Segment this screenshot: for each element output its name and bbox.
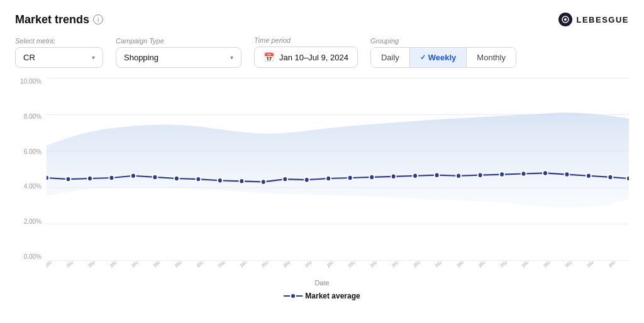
dot-3 [109,175,114,181]
svg-text:2024-04-28: 2024-04-28 [391,261,409,268]
date-picker[interactable]: 📅 Jan 10–Jul 9, 2024 [254,47,358,68]
campaign-type-control: Campaign Type Shopping ▾ [116,37,242,68]
svg-text:2024-06-30: 2024-06-30 [586,261,605,268]
campaign-type-select[interactable]: Shopping ▾ [116,47,242,68]
legend-label: Market average [305,292,360,300]
svg-text:2024-03-03: 2024-03-03 [218,261,236,268]
time-period-label: Time period [254,36,358,44]
dot-1 [66,177,71,182]
dot-10 [261,179,266,185]
grouping-buttons: Daily ✓ Weekly Monthly [370,47,516,68]
svg-text:2024-06-23: 2024-06-23 [564,261,583,268]
chart-inner [47,78,629,260]
x-axis: 2024-01-07 2024-01-14 2024-01-21 2024-01… [47,261,629,279]
dot-26 [608,175,613,180]
grouping-control: Grouping Daily ✓ Weekly Monthly [370,37,516,68]
logo-text: LEBESGUE [576,15,629,25]
svg-point-30 [291,293,296,298]
header: Market trends i LEBESGUE [15,13,629,26]
svg-text:2024-05-05: 2024-05-05 [413,261,431,268]
svg-text:2024-06-16: 2024-06-16 [543,261,562,268]
svg-point-1 [564,18,567,21]
x-axis-label: Date [15,279,629,287]
legend: Market average [15,292,629,300]
dot-24 [565,172,570,177]
dot-16 [391,174,396,180]
dot-6 [174,176,179,182]
chart-svg [47,78,629,260]
metric-label: Select metric [15,37,103,45]
dot-27 [626,176,629,182]
grouping-weekly[interactable]: ✓ Weekly [410,48,467,67]
dot-5 [152,175,157,180]
dot-8 [218,178,223,183]
dot-12 [304,177,309,183]
dot-19 [456,173,461,178]
campaign-type-label: Campaign Type [116,37,242,45]
dot-13 [326,176,331,182]
dot-7 [196,177,201,182]
dot-17 [413,173,418,178]
svg-text:2024-04-07: 2024-04-07 [326,261,345,268]
dot-25 [586,173,591,178]
legend-line-icon [284,293,303,299]
metric-value: CR [23,53,35,62]
dot-11 [282,177,287,182]
dot-0 [47,175,49,181]
dot-2 [87,176,92,182]
y-label-1: 8.00% [15,113,47,120]
dot-9 [239,178,244,184]
grouping-daily[interactable]: Daily [371,48,410,67]
dot-4 [131,173,136,178]
logo-icon [558,13,572,26]
dot-23 [543,170,548,176]
dot-22 [521,171,526,177]
svg-text:2024-02-25: 2024-02-25 [196,261,214,268]
dot-21 [499,172,504,177]
y-label-2: 6.00% [15,148,47,155]
title-area: Market trends i [15,13,103,26]
svg-text:2024-02-04: 2024-02-04 [131,261,150,268]
y-label-4: 2.00% [15,218,47,225]
y-label-5: 0.00% [15,253,47,260]
grid-line-5 [47,260,629,261]
svg-text:2024-01-14: 2024-01-14 [65,261,84,268]
campaign-type-value: Shopping [124,53,158,62]
dot-20 [478,172,483,178]
campaign-chevron-icon: ▾ [230,54,233,61]
check-icon: ✓ [420,53,426,62]
svg-text:2024-05-19: 2024-05-19 [456,261,475,268]
dot-15 [369,175,374,180]
metric-chevron-icon: ▾ [92,54,95,61]
chart-area-fill [47,112,629,208]
chart-area: 10.00% 8.00% 6.00% 4.00% 2.00% 0.00% [15,78,629,279]
svg-text:2024-01-21: 2024-01-21 [87,261,106,268]
info-icon[interactable]: i [93,14,103,25]
y-label-3: 4.00% [15,183,47,190]
svg-text:2024-04-14: 2024-04-14 [347,261,366,268]
svg-text:2024-03-31: 2024-03-31 [304,261,323,268]
svg-text:2024-05-12: 2024-05-12 [434,261,453,268]
page: Market trends i LEBESGUE Select metric C… [0,0,644,323]
y-label-0: 10.00% [15,78,47,85]
svg-text:2024-02-18: 2024-02-18 [174,261,193,268]
logo-area: LEBESGUE [558,13,629,26]
svg-text:2024-06-09: 2024-06-09 [521,261,540,268]
svg-text:2024-03-24: 2024-03-24 [282,261,301,268]
metric-control: Select metric CR ▾ [15,37,103,68]
svg-text:2024-02-11: 2024-02-11 [152,261,171,268]
date-value: Jan 10–Jul 9, 2024 [279,53,348,62]
svg-text:2024-06-02: 2024-06-02 [499,261,518,268]
time-period-control: Time period 📅 Jan 10–Jul 9, 2024 [254,36,358,68]
grouping-label: Grouping [370,37,516,45]
page-title: Market trends [15,13,89,26]
dot-18 [435,172,440,178]
metric-select[interactable]: CR ▾ [15,47,103,68]
dot-14 [348,175,353,181]
svg-text:2024-07-07: 2024-07-07 [608,261,626,268]
calendar-icon: 📅 [264,52,274,62]
grouping-monthly[interactable]: Monthly [467,48,516,67]
svg-text:2024-03-10: 2024-03-10 [239,261,258,268]
svg-text:2024-01-07: 2024-01-07 [47,261,63,268]
svg-text:2024-04-21: 2024-04-21 [369,261,388,268]
